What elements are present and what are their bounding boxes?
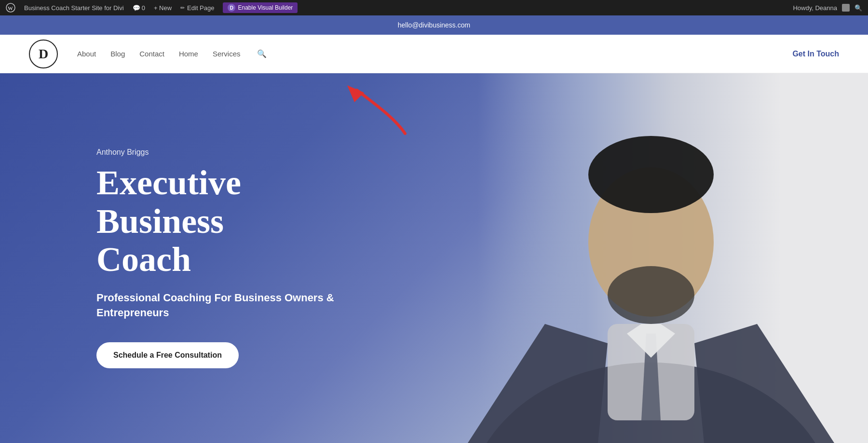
enable-vb-link[interactable]: D Enable Visual Builder	[223, 2, 298, 13]
nav-services[interactable]: Services	[213, 50, 241, 58]
user-avatar	[842, 4, 850, 12]
person-silhouette	[458, 73, 844, 443]
svg-text:W: W	[8, 5, 13, 11]
new-content-link[interactable]: + New	[154, 4, 172, 12]
howdy-text: Howdy, Deanna	[793, 4, 837, 12]
nav-blog[interactable]: Blog	[110, 50, 125, 58]
comment-icon: 💬	[133, 4, 140, 12]
wp-logo-link[interactable]: W	[6, 3, 15, 13]
main-navigation: About Blog Contact Home Services 🔍	[77, 49, 792, 58]
admin-bar-right: Howdy, Deanna 🔍	[793, 4, 862, 12]
comment-count: 0	[142, 4, 145, 12]
hero-title: Executive Business Coach	[96, 164, 338, 279]
enable-vb-label: Enable Visual Builder	[238, 4, 293, 11]
email-link[interactable]: hello@divibusiness.com	[398, 21, 470, 29]
red-arrow-svg	[289, 81, 424, 138]
svg-point-6	[588, 136, 714, 213]
search-icon[interactable]: 🔍	[257, 49, 267, 58]
edit-page-link[interactable]: ✏ Edit Page	[180, 4, 214, 12]
get-in-touch-cta[interactable]: Get In Touch	[792, 50, 839, 58]
new-label: + New	[154, 4, 172, 12]
svg-marker-8	[347, 85, 364, 102]
svg-point-7	[608, 266, 694, 324]
pencil-icon: ✏	[180, 5, 185, 11]
logo-letter: D	[39, 46, 48, 62]
site-logo[interactable]: D	[29, 40, 58, 68]
site-name-link[interactable]: Business Coach Starter Site for Divi	[24, 4, 124, 12]
schedule-consultation-button[interactable]: Schedule a Free Consultation	[96, 342, 239, 368]
site-header: D About Blog Contact Home Services 🔍 Get…	[0, 35, 868, 73]
nav-contact[interactable]: Contact	[139, 50, 164, 58]
hero-person-image	[434, 73, 868, 443]
nav-home[interactable]: Home	[179, 50, 198, 58]
hero-subtitle: Professional Coaching For Business Owner…	[96, 291, 338, 321]
hero-title-line2: Coach	[96, 240, 191, 279]
hero-title-line1: Executive Business	[96, 163, 241, 240]
hero-person-name: Anthony Briggs	[96, 148, 338, 157]
hero-content: Anthony Briggs Executive Business Coach …	[0, 148, 338, 368]
admin-bar-left: W Business Coach Starter Site for Divi 💬…	[6, 2, 793, 13]
top-bar: hello@divibusiness.com	[0, 15, 868, 35]
search-admin-icon[interactable]: 🔍	[854, 4, 862, 12]
divi-icon: D	[228, 4, 235, 12]
site-name-text: Business Coach Starter Site for Divi	[24, 4, 124, 12]
arrow-annotation	[289, 81, 424, 140]
edit-page-label: Edit Page	[187, 4, 214, 12]
nav-about[interactable]: About	[77, 50, 96, 58]
admin-bar: W Business Coach Starter Site for Divi 💬…	[0, 0, 868, 15]
comments-link[interactable]: 💬 0	[133, 4, 145, 12]
hero-section: Anthony Briggs Executive Business Coach …	[0, 73, 868, 443]
wordpress-icon: W	[6, 3, 15, 13]
